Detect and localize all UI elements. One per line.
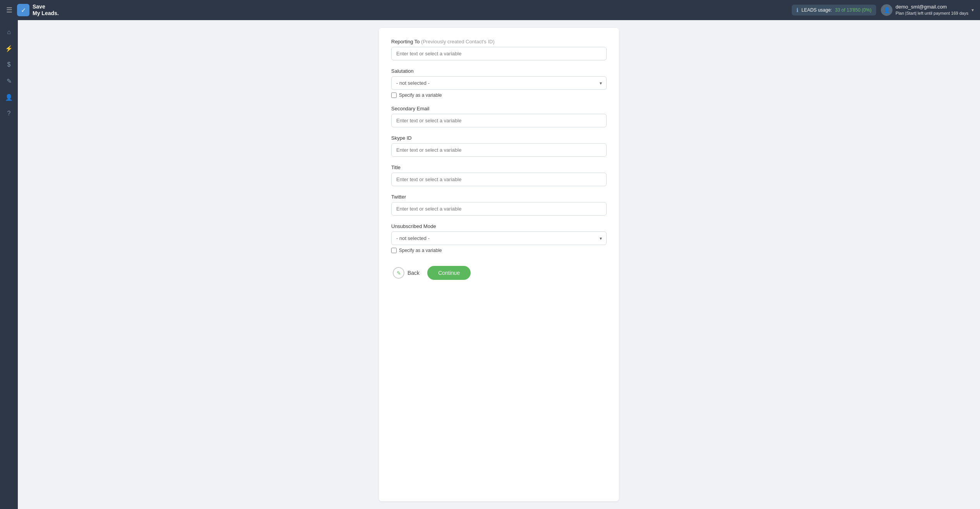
input-twitter[interactable] (391, 202, 607, 216)
field-reporting-to: Reporting To (Previously created Contact… (391, 39, 607, 60)
select-unsubscribed-mode[interactable]: - not selected - Manual Automatic (391, 231, 607, 245)
logo-text: Save My Leads. (33, 3, 59, 17)
form-container: Reporting To (Previously created Contact… (379, 28, 619, 501)
label-secondary-email: Secondary Email (391, 106, 607, 111)
info-icon: ℹ (796, 7, 798, 13)
label-salutation: Salutation (391, 68, 607, 74)
sidebar-item-billing[interactable]: $ (2, 57, 16, 72)
field-skype-id: Skype ID (391, 135, 607, 157)
user-info: demo_sml@gmail.com Plan |Start| left unt… (896, 3, 968, 17)
field-secondary-email: Secondary Email (391, 106, 607, 127)
salutation-variable-checkbox-row: Specify as a variable (391, 93, 607, 98)
sidebar-item-help[interactable]: ? (2, 106, 16, 121)
label-skype-id: Skype ID (391, 135, 607, 141)
navbar: ☰ ✓ Save My Leads. ℹ LEADS usage: 33 of … (0, 0, 980, 20)
field-salutation: Salutation - not selected - Mr. Ms. Mrs.… (391, 68, 607, 98)
field-unsubscribed-mode: Unsubscribed Mode - not selected - Manua… (391, 223, 607, 253)
unsubscribed-variable-label: Specify as a variable (399, 248, 442, 253)
sidebar-item-profile[interactable]: 👤 (2, 90, 16, 105)
leads-usage-badge: ℹ LEADS usage: 33 of 13'850 (0%) (792, 5, 876, 15)
salutation-variable-label: Specify as a variable (399, 93, 442, 98)
avatar: 👤 (881, 4, 892, 16)
input-reporting-to[interactable] (391, 47, 607, 60)
user-menu-chevron-icon: ▾ (971, 7, 974, 13)
back-label: Back (407, 270, 420, 276)
salutation-variable-checkbox[interactable] (391, 93, 397, 98)
leads-usage-label: LEADS usage: (801, 7, 832, 13)
sub-label-reporting-to: (Previously created Contact's ID) (421, 39, 495, 45)
logo: ✓ Save My Leads. (17, 3, 59, 17)
field-title: Title (391, 165, 607, 186)
label-unsubscribed-mode: Unsubscribed Mode (391, 223, 607, 229)
user-section[interactable]: 👤 demo_sml@gmail.com Plan |Start| left u… (881, 3, 974, 17)
select-salutation[interactable]: - not selected - Mr. Ms. Mrs. Dr. (391, 76, 607, 90)
user-plan: Plan |Start| left until payment 169 days (896, 10, 968, 16)
main-content: Reporting To (Previously created Contact… (18, 20, 980, 509)
logo-icon: ✓ (17, 4, 29, 16)
sidebar-item-integrations[interactable]: ✎ (2, 74, 16, 88)
unsubscribed-variable-checkbox[interactable] (391, 248, 397, 253)
label-title: Title (391, 165, 607, 170)
input-title[interactable] (391, 173, 607, 186)
back-icon: ✎ (393, 267, 404, 279)
user-email: demo_sml@gmail.com (896, 3, 968, 10)
continue-button[interactable]: Continue (427, 266, 471, 280)
select-salutation-wrapper: - not selected - Mr. Ms. Mrs. Dr. ▾ (391, 76, 607, 90)
sidebar-item-home[interactable]: ⌂ (2, 25, 16, 39)
menu-icon[interactable]: ☰ (6, 6, 12, 14)
input-secondary-email[interactable] (391, 114, 607, 127)
select-unsubscribed-wrapper: - not selected - Manual Automatic ▾ (391, 231, 607, 245)
label-twitter: Twitter (391, 194, 607, 200)
label-reporting-to: Reporting To (Previously created Contact… (391, 39, 607, 45)
field-twitter: Twitter (391, 194, 607, 216)
form-actions: ✎ Back Continue (391, 264, 607, 282)
leads-count: 33 of 13'850 (0%) (835, 7, 872, 13)
input-skype-id[interactable] (391, 143, 607, 157)
back-button[interactable]: ✎ Back (391, 264, 421, 282)
sidebar-item-connections[interactable]: ⚡ (2, 41, 16, 56)
unsubscribed-variable-checkbox-row: Specify as a variable (391, 248, 607, 253)
sidebar: ⌂ ⚡ $ ✎ 👤 ? (0, 20, 18, 509)
